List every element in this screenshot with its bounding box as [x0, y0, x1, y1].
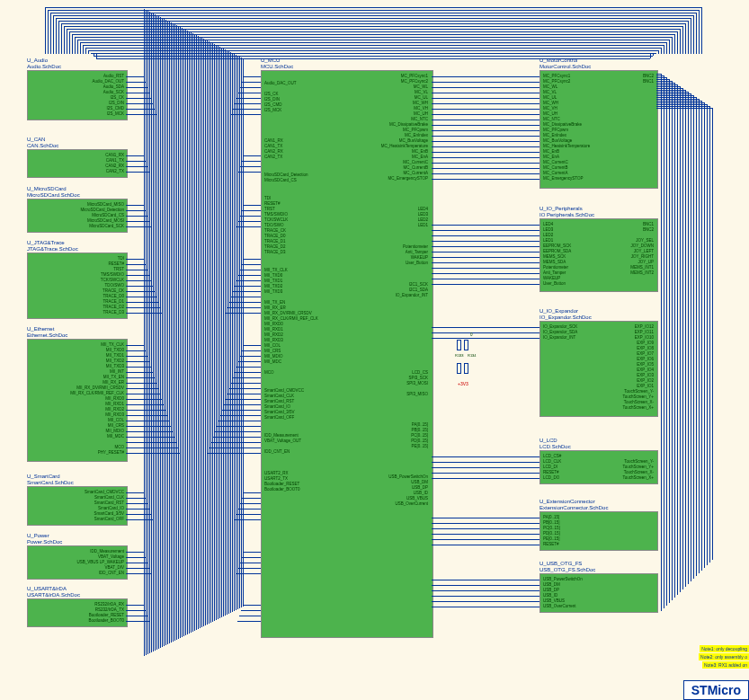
pin-label: MEMS_INT2	[568, 270, 654, 276]
u-ioexp-title: U_IO_ExpandorIO_Expandor.SchDoc	[539, 308, 592, 321]
r2-label: R134	[468, 353, 477, 359]
pin-label: I2S_MCK	[264, 108, 281, 113]
pin-label: TRACE_D3	[264, 250, 286, 255]
pin-label: MII_MDC	[264, 359, 281, 365]
pin-label: LED1	[343, 223, 428, 228]
pin-label: MicroSDCard_SCK	[39, 224, 124, 229]
r-label: 0	[470, 332, 473, 338]
u-jtag-title: U_JTAG&TraceJTAG&Trace.SchDoc	[27, 240, 78, 253]
pin-label: SmartCard_OFF	[39, 517, 124, 522]
u-mcu-title: U_MCUMCU.SchDoc	[261, 58, 293, 70]
u-usb-title: U_USB_OTG_FSUSB_OTG_FS.SchDoc	[539, 561, 595, 573]
resistor-r134	[464, 340, 468, 350]
u-lcd-title: U_LCDLCD.SchDoc	[539, 438, 571, 450]
pin-label: SPI3_MISO	[343, 392, 428, 397]
pin-label: USB_OverCurrent	[343, 501, 428, 507]
pin-label: TRACE_D3	[39, 310, 124, 315]
u-usart-title: U_USART&IrDAUSART&IrDA.SchDoc	[27, 586, 80, 598]
pin-label: USB_OverCurrent	[543, 604, 576, 609]
note2: Note2: only assembly o	[699, 653, 749, 660]
pin-label: User_Button	[343, 261, 428, 266]
pin-label: TouchScreen_X+	[568, 475, 654, 481]
note3: Note3: RX1 added on	[702, 661, 749, 669]
u-ioper-title: U_IO_PeripheralsIO Peripherals.SchDoc	[539, 206, 594, 218]
u-eth-title: U_EthernetEthernet.SchDoc	[27, 326, 67, 339]
pin-label: MC_EmergencySTOP	[543, 176, 583, 182]
pin-label: TouchScreen_X+	[568, 405, 654, 411]
u-sdcard-title: U_MicroSDCardMicroSDCard.SchDoc	[27, 186, 80, 199]
pin-label: IDD_CNT_EN	[39, 571, 124, 576]
u-smartcard-title: U_SmartCardSmartCard.SchDoc	[27, 474, 74, 486]
pin-label: PHY_RESET#	[39, 450, 124, 456]
pin-label: IDD_CNT_EN	[264, 449, 290, 455]
pin-label: MC_EmergencySTOP	[343, 176, 428, 182]
pin-label: RESET#	[543, 542, 559, 547]
power-label: +3V3	[458, 381, 468, 386]
pin-label: SmartCard_OFF	[264, 415, 294, 421]
pin-label: CAN2_TX	[39, 169, 124, 174]
pin-label: MII_MDC	[39, 434, 124, 439]
footer-logo: STMicro	[683, 680, 749, 700]
pin-label: Audio_DAC_OUT	[264, 81, 297, 86]
pin-label: BNC2	[568, 227, 654, 233]
u-motor-title: U_MotorControlMotorControl.SchDoc	[539, 58, 591, 70]
pin-label: User_Button	[543, 281, 566, 287]
pin-label: BNC1	[568, 79, 654, 84]
u-audio-title: U_AudioAudio.SchDoc	[27, 58, 61, 70]
pin-label: Bootloader_BOOT0	[264, 487, 300, 492]
resistor-r133	[457, 340, 461, 350]
u-ext-title: U_ExtensionConnectorExtensionConnector.S…	[539, 499, 608, 511]
pin-label: VBAT_Voltage_OUT	[264, 439, 301, 444]
pin-label: I2S_MCK	[39, 111, 124, 117]
pin-label: LCD_DO	[543, 475, 559, 481]
note1: Note1: only decoupling	[700, 645, 749, 652]
pin-label: MicroSDCard_CS	[264, 178, 297, 183]
u-power-title: U_PowerPower.SchDoc	[27, 533, 62, 545]
pin-label: SPI3_MOSI	[343, 381, 428, 386]
r1-label: R133	[455, 353, 464, 359]
pin-label: PE[0..15]	[343, 444, 428, 449]
u-can-title: U_CANCAN.SchDoc	[27, 137, 58, 149]
pin-label: CAN2_TX	[264, 155, 282, 160]
pin-label: Bootloader_BOOT0	[39, 618, 124, 624]
pin-label: IO_Expandor_INT	[343, 293, 428, 298]
resistor-nc	[457, 363, 461, 374]
pin-label: MCO	[264, 370, 274, 376]
pin-label: MII_TXD3	[264, 289, 282, 295]
resistor-mic	[464, 363, 468, 374]
